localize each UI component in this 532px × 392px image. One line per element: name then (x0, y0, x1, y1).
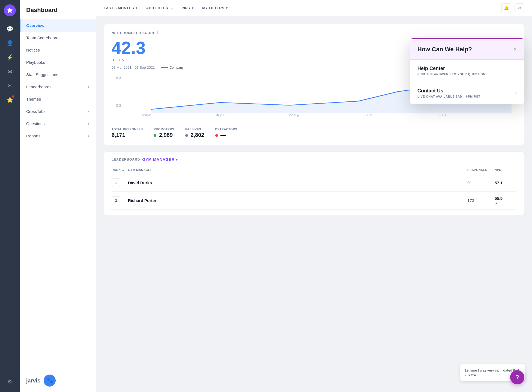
arrow-up-icon: ▲ (495, 201, 516, 205)
sidebar-item-themes[interactable]: Themes (20, 93, 96, 105)
passives-stat: PASSIVES 2,802 (185, 128, 204, 138)
info-icon: ℹ (157, 31, 159, 35)
my-filters-button[interactable]: MY FILTERS ▾ (202, 6, 228, 10)
rank-badge: 2 (112, 196, 120, 205)
gray-dot (185, 134, 188, 137)
rank-2: 2 (112, 196, 128, 205)
leaderboard-card: LEADERBOARD GYM MANAGER ▾ RANK ▲ GYM MAN… (104, 152, 524, 215)
red-dot (215, 134, 218, 137)
sidebar-item-questions[interactable]: Questions ▾ (20, 117, 96, 130)
promoters-label: PROMOTERS (154, 128, 174, 131)
nps-filter[interactable]: NPS ▾ (183, 6, 194, 10)
company-legend: Company (161, 66, 183, 70)
send-icon[interactable]: ✉ (4, 65, 16, 77)
rank-header: RANK ▲ (112, 168, 128, 171)
total-responses-value: 6,171 (112, 132, 143, 138)
sidebar-item-reports[interactable]: Reports ▾ (20, 130, 96, 142)
svg-text:Jul: Jul (439, 113, 446, 117)
sidebar-item-playbooks[interactable]: Playbooks (20, 56, 96, 68)
sidebar-item-staff-suggestions[interactable]: Staff Suggestions (20, 68, 96, 81)
notifications-icon[interactable]: 🔔 (501, 3, 511, 13)
detractors-stat: DETRACTORS — (215, 128, 237, 138)
chevron-down-icon: ▾ (88, 110, 89, 113)
help-fab-button[interactable]: ? (510, 370, 524, 384)
total-responses-label: TOTAL RESPONSES (112, 128, 143, 131)
sidebar-item-notices[interactable]: Notices (20, 44, 96, 56)
chevron-right-icon: › (515, 91, 517, 96)
sidebar-item-leaderboards[interactable]: Leaderboards ▾ (20, 81, 96, 93)
table-row: 1 David Burks 91 57.1 (112, 174, 516, 192)
chevron-down-icon: ▾ (136, 6, 138, 10)
leaderboard-dropdown[interactable]: GYM MANAGER ▾ (142, 157, 178, 162)
responses-value: 91 (467, 180, 495, 185)
help-panel-title: How Can We Help? (417, 46, 472, 53)
svg-text:Apr: Apr (216, 113, 225, 117)
dashboard-area: NET PROMOTER SCORE ℹ 42.3 ▲ 31.5 07 Mar … (96, 16, 532, 392)
svg-text:Mar: Mar (142, 113, 151, 117)
detractors-value: — (215, 132, 237, 138)
svg-text:May: May (289, 113, 300, 117)
svg-text:32: 32 (115, 104, 121, 107)
sidebar-title: Dashboard (20, 0, 96, 19)
chat-icon[interactable]: 💬 (4, 23, 16, 35)
leaderboard-header: LEADERBOARD GYM MANAGER ▾ (112, 157, 516, 162)
chevron-down-icon: ▾ (176, 157, 178, 162)
nps-header: NPS (495, 168, 516, 171)
chevron-down-icon: ▾ (226, 6, 228, 10)
person-name: Richard Porter (128, 198, 467, 203)
nav-sidebar: Dashboard Overview Team Scoreboard Notic… (20, 0, 96, 392)
add-filter-button[interactable]: ADD FILTER ＋ (146, 6, 174, 11)
nps-value-container: 55.5 ▲ (495, 196, 516, 205)
table-row: 2 Richard Porter 173 55.5 ▲ (112, 192, 516, 210)
legend-line (161, 67, 168, 68)
chevron-down-icon: ▾ (88, 85, 89, 89)
contact-us-item[interactable]: Contact Us LIVE CHAT AVAILABLE 8AM - 6PM… (410, 82, 524, 104)
detractors-label: DETRACTORS (215, 128, 237, 131)
promoters-value: 2,989 (154, 132, 174, 138)
app-logo[interactable] (4, 4, 16, 16)
icon-sidebar: 💬 👤 ⚡ ✉ ✂ ⭐ ⚙ (0, 0, 20, 392)
passives-label: PASSIVES (185, 128, 204, 131)
brand-icon[interactable]: 🐾 (44, 375, 56, 387)
rank-1: 1 (112, 178, 128, 187)
sidebar-item-overview[interactable]: Overview (20, 19, 96, 32)
lightning-icon[interactable]: ⚡ (4, 51, 16, 63)
contact-us-title: Contact Us (417, 88, 480, 94)
close-button[interactable]: × (513, 47, 517, 52)
svg-text:53: 53 (115, 76, 121, 79)
responses-value: 173 (467, 198, 495, 203)
nps-label: NET PROMOTER SCORE ℹ (112, 31, 516, 35)
tools-icon[interactable]: ✂ (4, 80, 16, 92)
help-center-title: Help Center (417, 66, 488, 71)
help-panel: How Can We Help? × Help Center FIND THE … (410, 38, 524, 104)
messages-icon[interactable]: ✉ (515, 3, 524, 13)
name-header: GYM MANAGER (128, 168, 467, 171)
chevron-down-icon: ▾ (88, 134, 89, 138)
settings-icon[interactable]: ⚙ (4, 376, 16, 388)
brand-footer: jarvis 🐾 (20, 369, 96, 392)
user-icon[interactable]: 👤 (4, 37, 16, 49)
green-dot (154, 134, 156, 137)
svg-text:Jun: Jun (364, 113, 373, 117)
help-center-subtitle: FIND THE ANSWERS TO YOUR QUESTIONS (417, 73, 488, 76)
sort-icon: ▲ (122, 168, 124, 171)
person-name: David Burks (128, 180, 467, 185)
passives-value: 2,802 (185, 132, 204, 138)
main-content: LAST 6 MONTHS ▾ ADD FILTER ＋ NPS ▾ MY FI… (96, 0, 532, 392)
nps-value: 57.1 (495, 180, 516, 185)
rank-badge: 1 (112, 178, 120, 187)
plus-icon: ＋ (170, 6, 174, 11)
stats-row: TOTAL RESPONSES 6,171 PROMOTERS 2,989 PA… (112, 123, 516, 138)
sidebar-item-team-scoreboard[interactable]: Team Scoreboard (20, 32, 96, 44)
chevron-down-icon: ▾ (192, 6, 194, 10)
last-6-months-filter[interactable]: LAST 6 MONTHS ▾ (104, 6, 138, 10)
promoters-stat: PROMOTERS 2,989 (154, 128, 174, 138)
badge-icon[interactable]: ⭐ (4, 94, 16, 106)
help-center-content: Help Center FIND THE ANSWERS TO YOUR QUE… (417, 66, 488, 76)
help-center-item[interactable]: Help Center FIND THE ANSWERS TO YOUR QUE… (410, 60, 524, 82)
top-bar-actions: 🔔 ✉ (501, 3, 524, 13)
total-responses-stat: TOTAL RESPONSES 6,171 (112, 128, 143, 138)
responses-header: RESPONSES (467, 168, 495, 171)
top-bar: LAST 6 MONTHS ▾ ADD FILTER ＋ NPS ▾ MY FI… (96, 0, 532, 16)
sidebar-item-crosstabs[interactable]: CrossTabs ▾ (20, 105, 96, 117)
